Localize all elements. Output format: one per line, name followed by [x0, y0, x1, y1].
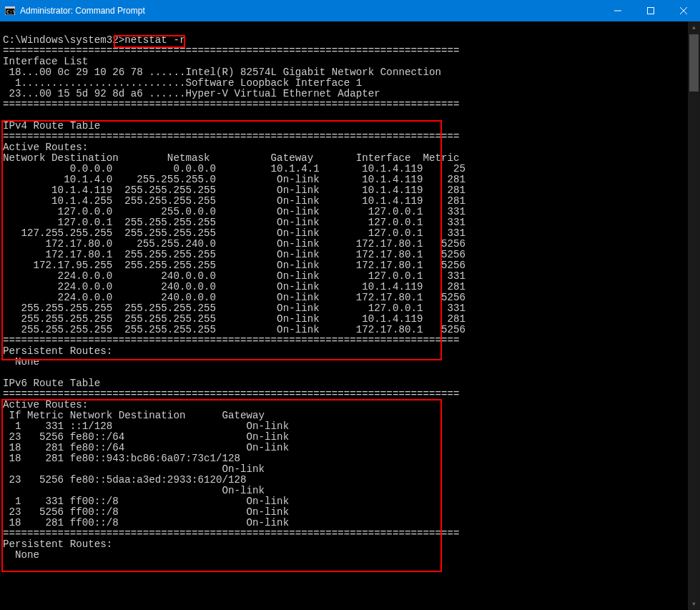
- svg-text:C:\: C:\: [6, 9, 15, 15]
- app-icon: C:\: [4, 5, 16, 16]
- maximize-button[interactable]: [634, 0, 667, 21]
- scroll-down-arrow[interactable]: ▼: [688, 598, 700, 610]
- window-controls: [601, 0, 700, 21]
- terminal-output[interactable]: C:\Windows\system32>netstat -r =========…: [0, 21, 700, 610]
- vertical-scrollbar[interactable]: ▲ ▼: [688, 21, 700, 610]
- window-title: Administrator: Command Prompt: [20, 6, 601, 16]
- scrollbar-thumb[interactable]: [689, 34, 699, 92]
- scroll-up-arrow[interactable]: ▲: [688, 21, 700, 34]
- minimize-button[interactable]: [601, 0, 634, 21]
- svg-rect-1: [5, 6, 15, 9]
- title-bar[interactable]: C:\ Administrator: Command Prompt: [0, 0, 700, 21]
- svg-rect-4: [648, 8, 654, 14]
- close-button[interactable]: [667, 0, 700, 21]
